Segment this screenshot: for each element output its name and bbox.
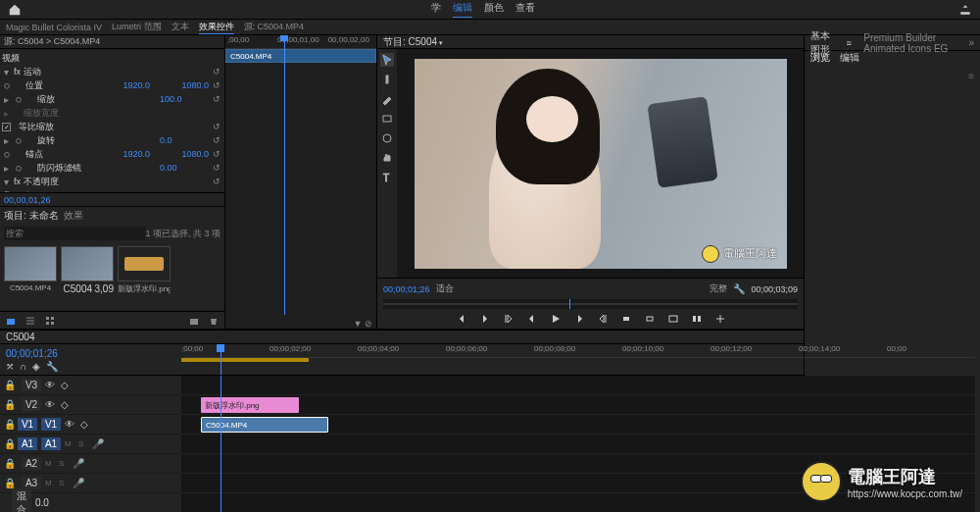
kf-playhead[interactable] (284, 35, 285, 315)
tab-text[interactable]: 文本 (172, 21, 189, 33)
browse-tab[interactable]: 浏览 (810, 51, 830, 65)
tab-lumetri-scopes[interactable]: Lumetri 范围 (112, 21, 162, 33)
mute-button[interactable]: M (65, 439, 74, 448)
stopwatch-icon[interactable] (15, 95, 23, 103)
tab-effects[interactable]: 效果 (64, 210, 83, 221)
vertical-type-tool-icon[interactable] (380, 73, 394, 86)
type-tool-icon[interactable]: T (380, 171, 394, 184)
eye-icon[interactable]: 👁 (65, 419, 76, 430)
tab-effect-controls[interactable]: 效果控件 (199, 21, 234, 34)
icon-view-icon[interactable] (43, 315, 57, 327)
program-title[interactable]: 节目: C5004 (383, 35, 443, 49)
eye-icon[interactable]: 👁 (45, 380, 57, 390)
comparison-view-button[interactable] (690, 312, 704, 326)
extract-button[interactable] (643, 312, 657, 326)
program-timecode[interactable]: 00;00;01;26 (383, 284, 430, 294)
track-v2[interactable]: V2 (22, 398, 41, 411)
track-a2[interactable]: A2 (22, 457, 41, 470)
solo-button[interactable]: S (59, 459, 69, 468)
track-v3[interactable]: V3 (22, 379, 41, 391)
pen-tool-icon[interactable] (380, 92, 394, 106)
go-in-button[interactable] (502, 312, 515, 326)
workspace-learn[interactable]: 学 (431, 1, 441, 18)
mark-out-button[interactable] (478, 312, 492, 326)
list-view-icon[interactable] (24, 315, 37, 327)
bin-item[interactable]: C5004.MP4 (4, 246, 57, 292)
settings-icon[interactable]: 🔧 (733, 283, 745, 294)
kf-clip[interactable]: C5004.MP4 (225, 49, 376, 63)
fx-motion[interactable]: fx 运动 (14, 66, 209, 78)
tab-source[interactable]: 源: C5004.MP4 (244, 21, 305, 33)
go-out-button[interactable] (596, 312, 610, 326)
stopwatch-icon[interactable] (3, 81, 11, 89)
timeline-playhead[interactable] (220, 344, 221, 375)
selection-tool-icon[interactable] (380, 53, 394, 67)
new-bin-button[interactable] (187, 315, 201, 327)
anchor-x[interactable]: 1920.0 (122, 149, 172, 159)
program-scrubber[interactable] (383, 299, 798, 309)
export-frame-button[interactable] (666, 312, 680, 326)
uniform-scale-checkbox[interactable]: ✓ (2, 123, 11, 131)
trash-icon[interactable] (207, 315, 220, 327)
lock-icon[interactable]: 🔒 (4, 380, 14, 390)
settings-wrench-icon[interactable]: 🔧 (46, 361, 58, 372)
tab-colorista[interactable]: Magic Bullet Colorista IV (6, 23, 102, 32)
sequence-tab[interactable]: C5004 (6, 332, 34, 342)
lock-icon[interactable]: 🔒 (4, 399, 14, 410)
position-y[interactable]: 1080.0 (181, 80, 209, 90)
lock-icon[interactable]: 🔒 (4, 458, 14, 469)
rectangle-tool-icon[interactable] (380, 112, 394, 126)
antiflicker-value[interactable]: 0.00 (160, 163, 209, 173)
mute-button[interactable]: M (45, 459, 55, 468)
linked-selection-icon[interactable]: ∩ (20, 361, 26, 372)
lock-icon[interactable]: 🔒 (4, 478, 14, 488)
track-target-v1[interactable]: V1 (18, 418, 37, 431)
zoom-fit-dropdown[interactable]: 适合 (436, 282, 454, 295)
project-search-input[interactable] (4, 227, 145, 240)
reset-icon[interactable]: ↺ (213, 67, 222, 77)
tab-project[interactable]: 项目: 未命名 (4, 210, 59, 221)
solo-button[interactable]: S (78, 439, 88, 448)
rotation-value[interactable]: 0.0 (160, 135, 209, 145)
track-a1[interactable]: A1 (41, 437, 61, 450)
timeline-playhead-line[interactable] (220, 376, 221, 512)
hand-tool-icon[interactable] (380, 151, 394, 165)
scale-value[interactable]: 100.0 (160, 94, 209, 104)
timeline-timecode[interactable]: 00;00;01;26 (6, 348, 175, 359)
stopwatch-icon[interactable] (15, 136, 23, 144)
marker-icon[interactable]: ◈ (32, 361, 40, 372)
lift-button[interactable] (619, 312, 633, 326)
clip-watermark[interactable]: 新版浮水印.png (201, 397, 299, 413)
ellipse-tool-icon[interactable] (380, 131, 394, 145)
effect-timecode[interactable]: 00,00,01,26 (0, 192, 224, 206)
stopwatch-icon[interactable] (15, 164, 23, 172)
mute-button[interactable]: M (45, 479, 55, 487)
track-target-a1[interactable]: A1 (18, 437, 37, 450)
workspace-edit[interactable]: 编辑 (453, 1, 472, 18)
step-fwd-button[interactable] (572, 312, 586, 326)
mark-in-button[interactable] (455, 312, 468, 326)
bin-item[interactable]: C5004 3,09 (61, 246, 114, 294)
bin-item[interactable]: 新版浮水印.png (118, 246, 171, 294)
track-mix[interactable]: 混合 (12, 488, 31, 513)
button-editor-icon[interactable] (713, 312, 727, 326)
lock-icon[interactable]: 🔒 (4, 438, 14, 449)
snap-icon[interactable]: ⤱ (6, 361, 14, 372)
step-back-button[interactable] (525, 312, 539, 326)
new-item-button[interactable] (4, 315, 18, 327)
workspace-color[interactable]: 颜色 (484, 1, 504, 18)
stopwatch-icon[interactable] (3, 150, 11, 158)
track-v1[interactable]: V1 (41, 418, 61, 431)
work-area-bar[interactable] (181, 358, 309, 362)
play-button[interactable] (549, 312, 563, 326)
lock-icon[interactable]: 🔒 (4, 419, 14, 430)
filter-icon[interactable]: ▼ ⊘ (354, 319, 372, 329)
anchor-y[interactable]: 1080.0 (181, 149, 209, 159)
fx-opacity[interactable]: fx 不透明度 (14, 176, 209, 188)
resolution-dropdown[interactable]: 完整 (710, 282, 727, 295)
solo-button[interactable]: S (59, 479, 69, 487)
workspace-look[interactable]: 查看 (515, 1, 535, 18)
home-icon[interactable] (8, 3, 22, 17)
eye-icon[interactable]: 👁 (45, 399, 57, 410)
position-x[interactable]: 1920.0 (122, 80, 172, 90)
